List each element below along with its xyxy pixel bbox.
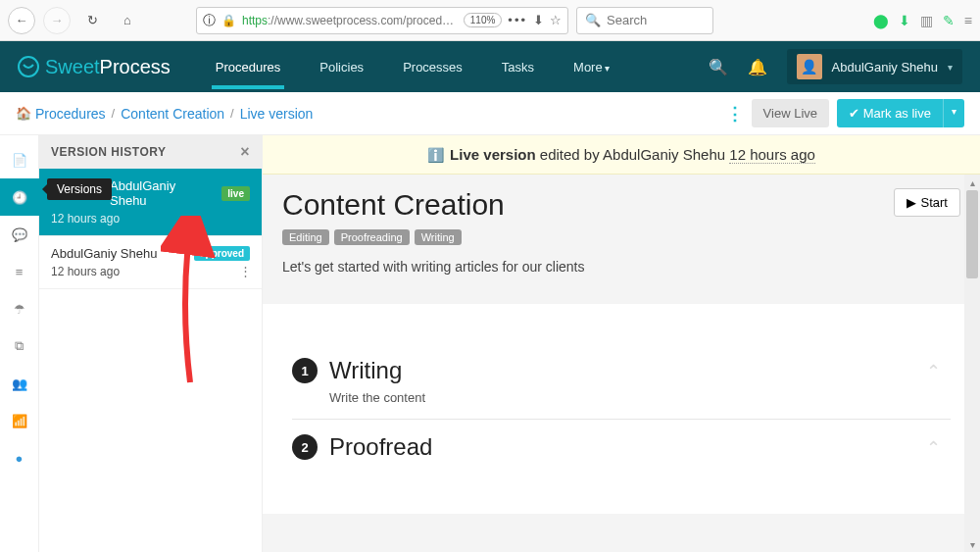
rail-users-icon[interactable]: 👥 [0, 365, 39, 402]
view-live-button[interactable]: View Live [752, 99, 829, 127]
step-number: 2 [292, 434, 318, 460]
close-icon[interactable]: × [240, 143, 250, 161]
browser-back-button[interactable]: ← [8, 7, 35, 34]
zoom-badge[interactable]: 110% [464, 13, 503, 27]
user-name: AbdulGaniy Shehu [832, 60, 938, 75]
rail-comments-icon[interactable]: 💬 [0, 216, 39, 253]
mark-as-live-caret[interactable]: ▾ [943, 99, 964, 127]
browser-chrome: ← → ↻ ⌂ ⓘ 🔒 https://www.sweetprocess.com… [0, 0, 980, 41]
crumb-leaf[interactable]: Live version [240, 106, 314, 122]
nav-tasks[interactable]: Tasks [486, 45, 550, 89]
rail-dot-icon[interactable]: ● [0, 439, 39, 477]
tag[interactable]: Writing [415, 229, 462, 245]
logo-icon [18, 56, 39, 77]
info-icon: ⓘ [203, 12, 216, 29]
browser-url-bar[interactable]: ⓘ 🔒 https://www.sweetprocess.com/procedu… [196, 7, 568, 34]
step-item[interactable]: 1 Writing Write the content ⌃ [292, 343, 951, 420]
crumb-middle[interactable]: Content Creation [121, 106, 224, 122]
version-sidebar: VERSION HISTORY × Versions AbdulGaniy Sh… [39, 135, 263, 552]
user-menu[interactable]: 👤 AbdulGaniy Shehu ▾ [787, 49, 962, 84]
browser-search-bar[interactable]: 🔍 Search [576, 7, 713, 34]
versions-tooltip: Versions [47, 178, 112, 200]
rail-stats-icon[interactable]: 📶 [0, 402, 39, 439]
nav-processes[interactable]: Processes [387, 45, 478, 89]
scroll-down-icon[interactable]: ▾ [964, 536, 980, 552]
rail-umbrella-icon[interactable]: ☂ [0, 290, 39, 327]
version-more-icon[interactable]: ⋮ [239, 264, 252, 278]
scrollbar[interactable]: ▴ ▾ [964, 175, 980, 552]
home-icon[interactable]: 🏠 [16, 106, 31, 121]
info-icon: ℹ️ [427, 147, 444, 163]
version-time: 12 hours ago [51, 265, 250, 278]
browser-forward-button[interactable]: → [43, 7, 71, 34]
tags-row: Editing Proofreading Writing [282, 229, 960, 245]
sidebar-header: VERSION HISTORY × [39, 135, 262, 169]
rail-copy-icon[interactable]: ⧉ [0, 327, 39, 365]
breadcrumb-bar: 🏠 Procedures / Content Creation / Live v… [0, 92, 980, 135]
approved-badge: approved [194, 246, 250, 261]
chevron-down-icon: ▾ [948, 62, 953, 73]
start-button[interactable]: ▶ Start [894, 188, 960, 217]
app-body: 📄 🕘 💬 ≡ ☂ ⧉ 👥 📶 ● VERSION HISTORY × Vers… [0, 135, 980, 552]
mark-as-live-split-button: ✔ Mark as live ▾ [837, 99, 964, 127]
chevron-up-icon[interactable]: ⌃ [926, 361, 941, 382]
search-placeholder: Search [607, 13, 647, 27]
page-title: Content Creation [282, 188, 505, 222]
menu-icon[interactable]: ≡ [964, 13, 972, 28]
chevron-up-icon[interactable]: ⌃ [926, 437, 941, 459]
nav-policies[interactable]: Policies [304, 45, 379, 89]
bell-icon[interactable]: 🔔 [748, 58, 767, 76]
download-icon[interactable]: ⬇ [899, 13, 910, 28]
step-desc: Write the content [329, 390, 951, 405]
page-actions-icon[interactable]: ••• [508, 13, 527, 27]
avatar: 👤 [797, 54, 822, 79]
crumb-root[interactable]: Procedures [35, 106, 106, 122]
url-text: https://www.sweetprocess.com/procedures/… [242, 14, 458, 27]
evernote-icon[interactable]: ✎ [943, 13, 955, 28]
rail-document-icon[interactable]: 📄 [0, 141, 39, 178]
content-scroll[interactable]: Content Creation ▶ Start Editing Proofre… [263, 175, 980, 552]
bookmark-icon[interactable]: ☆ [550, 13, 562, 27]
nav-links: Procedures Policies Processes Tasks More [200, 45, 626, 89]
version-author: AbdulGaniy Shehu [51, 246, 157, 261]
browser-home-button[interactable]: ⌂ [114, 7, 141, 34]
version-item-approved[interactable]: AbdulGaniy Shehu approved 12 hours ago ⋮ [39, 236, 262, 289]
search-icon: 🔍 [585, 13, 601, 27]
whatsapp-icon[interactable]: ⬤ [873, 13, 889, 28]
version-time: 12 hours ago [51, 212, 250, 226]
library-icon[interactable]: ▥ [920, 13, 933, 28]
search-icon[interactable]: 🔍 [709, 58, 728, 76]
intro-text: Let's get started with writing articles … [282, 259, 960, 304]
steps-list: 1 Writing Write the content ⌃ 2 Proofrea… [263, 304, 980, 514]
lock-icon: 🔒 [221, 14, 236, 27]
nav-more[interactable]: More [558, 45, 625, 89]
browser-reload-button[interactable]: ↻ [78, 7, 106, 34]
step-title: Proofread [329, 433, 432, 461]
rail-list-icon[interactable]: ≡ [0, 253, 39, 290]
live-badge: live [221, 186, 250, 201]
reader-icon[interactable]: ⬇ [533, 13, 544, 27]
tag[interactable]: Proofreading [334, 229, 410, 245]
mark-as-live-button[interactable]: ✔ Mark as live [837, 99, 943, 127]
left-rail: 📄 🕘 💬 ≡ ☂ ⧉ 👥 📶 ● [0, 135, 39, 552]
sidebar-title: VERSION HISTORY [51, 145, 167, 159]
step-item[interactable]: 2 Proofread ⌃ [292, 420, 951, 475]
step-title: Writing [329, 357, 402, 384]
more-vert-icon[interactable]: ⋮ [726, 103, 744, 125]
rail-versions-icon[interactable]: 🕘 [0, 178, 39, 216]
main-panel: ℹ️ Live version edited by AbdulGaniy She… [263, 135, 980, 552]
scroll-thumb[interactable] [966, 190, 978, 278]
tag[interactable]: Editing [282, 229, 329, 245]
app-top-nav: SweetProcess Procedures Policies Process… [0, 41, 980, 92]
live-banner: ℹ️ Live version edited by AbdulGaniy She… [263, 135, 980, 175]
brand-logo[interactable]: SweetProcess [18, 56, 171, 78]
nav-procedures[interactable]: Procedures [200, 45, 296, 89]
scroll-up-icon[interactable]: ▴ [964, 175, 980, 190]
step-number: 1 [292, 358, 318, 383]
